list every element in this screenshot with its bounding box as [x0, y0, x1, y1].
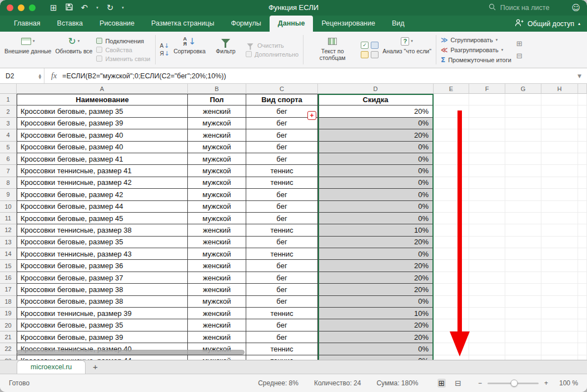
- cell-F8[interactable]: [469, 177, 505, 189]
- sort-descending-button[interactable]: Я↓: [160, 51, 170, 57]
- row-header-14[interactable]: 14: [0, 248, 17, 260]
- cell-F3[interactable]: [469, 118, 505, 129]
- minimize-window-button[interactable]: [18, 4, 24, 11]
- cell-E4[interactable]: [434, 129, 469, 141]
- cell-G17[interactable]: [505, 284, 541, 295]
- row-header-9[interactable]: 9: [0, 189, 17, 200]
- cell-B13[interactable]: женский: [188, 237, 246, 248]
- cell-G12[interactable]: [505, 224, 541, 236]
- cell-D9[interactable]: 0%: [318, 189, 434, 200]
- cell-H11[interactable]: [541, 213, 578, 224]
- cell-E11[interactable]: [434, 213, 469, 224]
- cell-F12[interactable]: [469, 224, 505, 236]
- select-all-corner[interactable]: [0, 84, 17, 94]
- cell-H5[interactable]: [541, 142, 578, 153]
- row-header-5[interactable]: 5: [0, 142, 17, 153]
- cell-G23[interactable]: [505, 355, 541, 360]
- cell-A11[interactable]: Кроссовки беговые, размер 45: [17, 213, 188, 224]
- cell-H4[interactable]: [541, 129, 578, 141]
- cell-C20[interactable]: бег: [246, 319, 318, 331]
- cell-G9[interactable]: [505, 189, 541, 200]
- cell-C6[interactable]: бег: [246, 153, 318, 165]
- cell-D18[interactable]: 0%: [318, 296, 434, 308]
- cell-E1[interactable]: [434, 94, 469, 105]
- refresh-all-button[interactable]: ↻▾ Обновить все: [55, 33, 92, 66]
- cell-F2[interactable]: [469, 105, 505, 117]
- cell-B4[interactable]: женский: [188, 129, 246, 141]
- ribbon-tab[interactable]: Данные: [270, 16, 314, 32]
- cell-A18[interactable]: Кроссовки беговые, размер 38: [17, 296, 188, 308]
- cell-A17[interactable]: Кроссовки беговые, размер 38: [17, 284, 188, 295]
- cell-A1[interactable]: Наименование: [17, 94, 188, 105]
- cell-D21[interactable]: 20%: [318, 331, 434, 343]
- cell-B18[interactable]: мужской: [188, 296, 246, 308]
- cell-A23[interactable]: Кроссовки теннисные, размер 44: [17, 355, 188, 360]
- cell-H6[interactable]: [541, 153, 578, 165]
- consolidate-icon[interactable]: [371, 42, 379, 49]
- cell-A12[interactable]: Кроссовки теннисные, размер 38: [17, 224, 188, 236]
- cell-E19[interactable]: [434, 308, 469, 319]
- cell-H15[interactable]: [541, 260, 578, 272]
- row-header-13[interactable]: 13: [0, 237, 17, 248]
- ribbon-tab[interactable]: Вид: [384, 16, 413, 32]
- column-header-A[interactable]: A: [17, 84, 188, 94]
- cell-G21[interactable]: [505, 331, 541, 343]
- cell-E22[interactable]: [434, 343, 469, 355]
- redo-icon[interactable]: ↻: [107, 4, 114, 12]
- zoom-out-button[interactable]: −: [478, 379, 482, 387]
- cell-E14[interactable]: [434, 248, 469, 260]
- row-header-8[interactable]: 8: [0, 177, 17, 189]
- cell-D15[interactable]: 20%: [318, 260, 434, 272]
- collapse-ribbon-chevron-icon[interactable]: ▴: [578, 21, 580, 26]
- cell-A21[interactable]: Кроссовки беговые, размер 39: [17, 331, 188, 343]
- share-button[interactable]: Общий доступ ▴: [515, 16, 580, 32]
- cell-C18[interactable]: бег: [246, 296, 318, 308]
- cell-D11[interactable]: 0%: [318, 213, 434, 224]
- cell-F4[interactable]: [469, 129, 505, 141]
- cell-B2[interactable]: женский: [188, 105, 246, 117]
- data-validation-icon[interactable]: ✓: [361, 42, 369, 49]
- cell-H10[interactable]: [541, 201, 578, 213]
- row-header-1[interactable]: 1: [0, 94, 17, 105]
- cell-A3[interactable]: Кроссовки беговые, размер 39: [17, 118, 188, 129]
- cell-C3[interactable]: бег: [246, 118, 318, 129]
- cell-A9[interactable]: Кроссовки беговые, размер 42: [17, 189, 188, 200]
- cell-E10[interactable]: [434, 201, 469, 213]
- cell-D6[interactable]: 0%: [318, 153, 434, 165]
- cell-C11[interactable]: бег: [246, 213, 318, 224]
- cell-G3[interactable]: [505, 118, 541, 129]
- cell-C19[interactable]: теннис: [246, 308, 318, 319]
- cell-D5[interactable]: 0%: [318, 142, 434, 153]
- cell-H3[interactable]: [541, 118, 578, 129]
- row-header-15[interactable]: 15: [0, 260, 17, 272]
- row-header-11[interactable]: 11: [0, 213, 17, 224]
- row-header-6[interactable]: 6: [0, 153, 17, 165]
- row-header-22[interactable]: 22: [0, 343, 17, 355]
- cell-B14[interactable]: мужской: [188, 248, 246, 260]
- ungroup-button[interactable]: ≪Разгруппировать▾: [441, 46, 511, 54]
- cell-F17[interactable]: [469, 284, 505, 295]
- cell-H9[interactable]: [541, 189, 578, 200]
- cell-A5[interactable]: Кроссовки беговые, размер 40: [17, 142, 188, 153]
- cell-G20[interactable]: [505, 319, 541, 331]
- cell-G15[interactable]: [505, 260, 541, 272]
- row-header-4[interactable]: 4: [0, 129, 17, 141]
- cell-G10[interactable]: [505, 201, 541, 213]
- save-icon[interactable]: [66, 3, 73, 13]
- cell-E15[interactable]: [434, 260, 469, 272]
- cell-E21[interactable]: [434, 331, 469, 343]
- cell-C17[interactable]: бег: [246, 284, 318, 295]
- row-header-12[interactable]: 12: [0, 224, 17, 236]
- ribbon-tab[interactable]: Формулы: [222, 16, 269, 32]
- sheet-tab-active[interactable]: microexcel.ru: [17, 360, 86, 374]
- cell-G5[interactable]: [505, 142, 541, 153]
- group-button[interactable]: ≫Сгруппировать▾: [441, 36, 511, 44]
- cell-A7[interactable]: Кроссовки теннисные, размер 41: [17, 165, 188, 177]
- cell-E9[interactable]: [434, 189, 469, 200]
- add-sheet-button[interactable]: +: [86, 360, 105, 374]
- cell-C4[interactable]: бег: [246, 129, 318, 141]
- cell-A16[interactable]: Кроссовки беговые, размер 37: [17, 272, 188, 284]
- cell-B12[interactable]: женский: [188, 224, 246, 236]
- cell-B5[interactable]: мужской: [188, 142, 246, 153]
- cell-B3[interactable]: мужской: [188, 118, 246, 129]
